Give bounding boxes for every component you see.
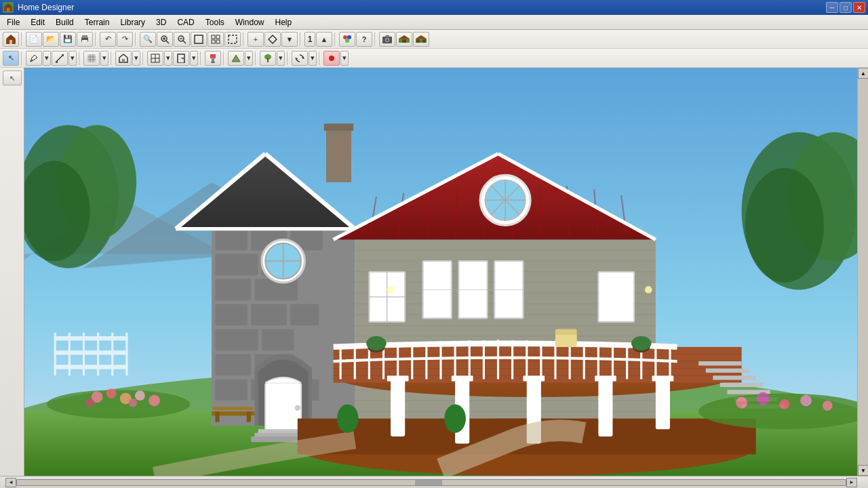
btn-transform[interactable] [264, 32, 281, 47]
scroll-right-button[interactable]: ► [846, 478, 857, 487]
btn-search[interactable]: 🔍 [140, 32, 156, 47]
svg-point-224 [800, 395, 812, 407]
btn-up[interactable]: ▲ [316, 32, 332, 47]
svg-line-14 [183, 41, 186, 43]
btn-line-drop[interactable]: ▾ [68, 51, 77, 66]
btn-cam3[interactable] [413, 32, 429, 47]
svg-rect-46 [122, 59, 125, 62]
scroll-left-button[interactable]: ◄ [5, 478, 16, 487]
menu-tools[interactable]: Tools [200, 16, 230, 28]
btn-view-drop[interactable]: ▾ [132, 51, 140, 66]
svg-point-223 [780, 399, 790, 409]
btn-fill-window[interactable] [208, 32, 224, 47]
menu-terrain[interactable]: Terrain [79, 16, 115, 28]
svg-rect-8 [82, 40, 87, 43]
btn-plant-drop[interactable]: ▾ [277, 51, 285, 66]
btn-paint-tool[interactable] [205, 51, 221, 66]
svg-rect-92 [215, 329, 258, 350]
svg-rect-21 [229, 35, 237, 43]
side-btn-arrow[interactable]: ↖ [3, 70, 22, 85]
menu-cad[interactable]: CAD [172, 16, 199, 28]
btn-select-all[interactable] [224, 32, 241, 47]
menu-help[interactable]: Help [269, 16, 297, 28]
btn-print[interactable] [77, 32, 93, 47]
svg-rect-229 [247, 411, 251, 422]
btn-terrain-drop[interactable]: ▾ [245, 51, 253, 66]
right-scrollbar[interactable]: ▲ ▼ [857, 68, 868, 476]
close-button[interactable]: ✕ [853, 2, 865, 13]
btn-redo[interactable]: ↷ [117, 32, 133, 47]
svg-rect-39 [62, 54, 64, 56]
btn-draw-drop[interactable]: ▾ [43, 51, 51, 66]
btn-rotate3d[interactable] [292, 51, 308, 66]
btn-grid-tool[interactable] [83, 51, 100, 66]
btn-open[interactable]: 📂 [43, 32, 59, 47]
btn-window-tool[interactable] [147, 51, 163, 66]
svg-point-69 [745, 168, 824, 283]
svg-point-234 [387, 286, 395, 293]
btn-window-drop[interactable]: ▾ [164, 51, 172, 66]
btn-materials[interactable] [339, 32, 355, 47]
btn-house-tool[interactable] [115, 51, 132, 66]
btn-door-tool[interactable] [173, 51, 189, 66]
btn-cam1[interactable] [379, 32, 395, 47]
btn-line-tool[interactable] [52, 51, 68, 66]
btn-select-tool[interactable]: ↖ [3, 51, 19, 66]
btn-undo[interactable]: ↶ [100, 32, 116, 47]
canvas-view[interactable] [24, 68, 857, 476]
btn-save[interactable]: 💾 [60, 32, 76, 47]
svg-point-225 [823, 401, 833, 411]
svg-rect-191 [391, 379, 405, 436]
svg-rect-230 [555, 333, 577, 347]
btn-grid-drop[interactable]: ▾ [100, 51, 108, 66]
menu-window[interactable]: Window [230, 16, 270, 28]
svg-marker-1 [4, 3, 12, 7]
menu-build[interactable]: Build [50, 16, 79, 28]
svg-rect-94 [215, 354, 251, 375]
svg-point-214 [106, 388, 117, 399]
btn-rotate-drop[interactable]: ▾ [309, 51, 317, 66]
svg-rect-90 [251, 304, 287, 326]
btn-add[interactable]: + [248, 32, 264, 47]
svg-rect-198 [523, 375, 545, 381]
btn-plant-tool[interactable] [260, 51, 276, 66]
svg-point-22 [343, 35, 347, 39]
minimize-button[interactable]: ─ [826, 2, 838, 13]
btn-app[interactable] [3, 32, 19, 47]
horizontal-scroll-thumb[interactable] [415, 480, 442, 485]
btn-draw-tool[interactable] [26, 51, 42, 66]
svg-point-104 [295, 405, 300, 410]
btn-zoom-in[interactable] [157, 32, 173, 47]
svg-point-211 [631, 336, 652, 350]
scroll-track[interactable] [858, 79, 868, 465]
btn-select-box[interactable] [191, 32, 207, 47]
menu-3d[interactable]: 3D [151, 16, 172, 28]
horizontal-scroll-track[interactable] [16, 479, 846, 486]
svg-point-232 [337, 404, 359, 432]
btn-help[interactable]: ? [356, 32, 372, 47]
btn-terrain-tool[interactable] [228, 51, 244, 66]
svg-point-60 [329, 56, 334, 61]
btn-zoom-out[interactable] [174, 32, 190, 47]
menu-library[interactable]: Library [115, 16, 151, 28]
btn-rec[interactable] [323, 51, 340, 66]
svg-rect-201 [698, 361, 741, 365]
btn-new[interactable]: 📄 [26, 32, 42, 47]
btn-rec-drop[interactable]: ▾ [340, 51, 349, 66]
svg-marker-55 [232, 55, 240, 62]
svg-rect-18 [216, 35, 220, 39]
menu-edit[interactable]: Edit [25, 16, 50, 28]
svg-rect-202 [706, 369, 749, 373]
menu-file[interactable]: File [1, 16, 25, 28]
btn-door-drop[interactable]: ▾ [190, 51, 198, 66]
svg-rect-93 [262, 329, 294, 350]
maximize-button[interactable]: □ [840, 2, 852, 13]
svg-point-27 [387, 39, 389, 41]
window-title: Home Designer [18, 3, 826, 12]
btn-down[interactable]: ▼ [281, 32, 298, 47]
scroll-up-button[interactable]: ▲ [858, 68, 868, 79]
scroll-down-button[interactable]: ▼ [858, 465, 868, 476]
btn-cam2[interactable] [396, 32, 412, 47]
svg-rect-28 [385, 35, 389, 37]
btn-measure[interactable]: 1 [304, 32, 315, 47]
